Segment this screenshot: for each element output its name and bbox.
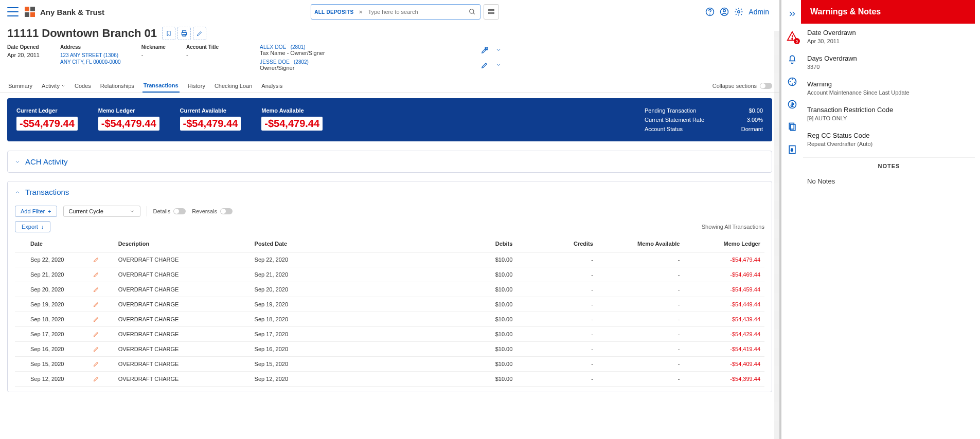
person-id[interactable]: (2801) (291, 44, 306, 50)
tab-history[interactable]: History (187, 80, 206, 92)
user-icon[interactable] (720, 7, 729, 16)
memo-available-label: Memo Available (261, 107, 323, 114)
cell-memo-available: - (597, 357, 684, 372)
reversals-toggle[interactable] (220, 208, 233, 214)
tab-relationships[interactable]: Relationships (99, 80, 135, 92)
th-description[interactable]: Description (114, 235, 251, 252)
cell-credits: - (516, 312, 597, 327)
bell-icon[interactable] (786, 52, 799, 66)
cell-debits: $10.00 (424, 342, 517, 357)
expand-panel-icon[interactable] (786, 7, 799, 21)
tab-codes[interactable]: Codes (74, 80, 92, 92)
edit-row-icon[interactable] (93, 316, 110, 322)
dollar-icon[interactable] (786, 98, 799, 111)
details-toggle[interactable] (173, 208, 186, 214)
chevron-down-icon[interactable] (495, 62, 502, 69)
address-line2[interactable]: ANY CITY, FL 00000-0000 (60, 59, 121, 65)
print-button[interactable] (177, 27, 191, 40)
refresh-icon[interactable] (786, 75, 799, 88)
edit-person-icon[interactable] (481, 62, 488, 69)
th-posted[interactable]: Posted Date (251, 235, 424, 252)
alert-icon[interactable]: 5 (786, 30, 799, 43)
edit-row-icon[interactable] (93, 271, 110, 278)
bookmark-button[interactable] (162, 27, 175, 40)
edit-person-icon[interactable] (481, 47, 488, 54)
edit-row-icon[interactable] (93, 361, 110, 367)
table-row[interactable]: Sep 15, 2020 OVERDRAFT CHARGE Sep 15, 20… (15, 357, 764, 372)
cell-memo-ledger: -$54,429.44 (684, 327, 764, 342)
edit-row-icon[interactable] (93, 286, 110, 292)
plus-icon: + (48, 208, 51, 214)
tab-transactions[interactable]: Transactions (142, 79, 180, 93)
add-filter-button[interactable]: Add Filter + (15, 206, 57, 217)
cell-date: Sep 15, 2020 (15, 357, 89, 372)
th-date[interactable]: Date (15, 235, 89, 252)
current-available-label: Current Available (180, 107, 241, 114)
edit-row-icon[interactable] (93, 331, 110, 337)
search-settings-button[interactable] (484, 4, 499, 20)
person-name[interactable]: ALEX DOE (260, 44, 287, 50)
tab-summary[interactable]: Summary (7, 80, 33, 92)
cell-posted: Sep 16, 2020 (251, 342, 424, 357)
tab-activity[interactable]: Activity (41, 80, 66, 92)
edit-row-icon[interactable] (93, 346, 110, 352)
statement-icon[interactable]: $ (786, 143, 799, 156)
warning-item: Days Overdrawn3370 (803, 49, 975, 75)
cell-date: Sep 22, 2020 (15, 252, 89, 267)
table-row[interactable]: Sep 22, 2020 OVERDRAFT CHARGE Sep 22, 20… (15, 252, 764, 267)
edit-button[interactable] (193, 27, 206, 40)
collapse-sections-toggle[interactable] (760, 83, 772, 89)
table-row[interactable]: Sep 20, 2020 OVERDRAFT CHARGE Sep 20, 20… (15, 282, 764, 297)
person-id[interactable]: (2802) (294, 59, 309, 65)
th-credits[interactable]: Credits (516, 235, 597, 252)
table-row[interactable]: Sep 18, 2020 OVERDRAFT CHARGE Sep 18, 20… (15, 312, 764, 327)
cell-posted: Sep 15, 2020 (251, 357, 424, 372)
document-icon[interactable] (786, 120, 799, 134)
cell-credits: - (516, 357, 597, 372)
person-role: Tax Name - Owner/Signer (260, 50, 476, 56)
scrollbar[interactable] (774, 31, 779, 439)
export-button[interactable]: Export ↓ (15, 221, 50, 232)
edit-row-icon[interactable] (93, 301, 110, 307)
th-memo-ledger[interactable]: Memo Ledger (684, 235, 764, 252)
tab-analysis[interactable]: Analysis (260, 80, 283, 92)
showing-label: Showing All Transactions (702, 224, 764, 230)
gear-icon[interactable] (734, 7, 743, 16)
table-row[interactable]: Sep 21, 2020 OVERDRAFT CHARGE Sep 21, 20… (15, 267, 764, 282)
cycle-select[interactable]: Current Cycle (63, 206, 140, 217)
warning-detail: Account Maintenance Since Last Update (807, 89, 970, 96)
th-debits[interactable]: Debits (424, 235, 517, 252)
account-title-value: - (186, 52, 219, 58)
admin-label[interactable]: Admin (749, 8, 769, 16)
cell-memo-ledger: -$54,419.44 (684, 342, 764, 357)
menu-button[interactable] (7, 7, 19, 16)
cell-debits: $10.00 (424, 252, 517, 267)
table-row[interactable]: Sep 17, 2020 OVERDRAFT CHARGE Sep 17, 20… (15, 327, 764, 342)
table-row[interactable]: Sep 12, 2020 OVERDRAFT CHARGE Sep 12, 20… (15, 372, 764, 387)
table-row[interactable]: Sep 19, 2020 OVERDRAFT CHARGE Sep 19, 20… (15, 297, 764, 312)
person-name[interactable]: JESSE DOE (260, 59, 290, 65)
search-category-pill[interactable]: ALL DEPOSITS (314, 9, 353, 15)
clear-category-icon[interactable]: ✕ (357, 9, 365, 15)
cell-date: Sep 16, 2020 (15, 342, 89, 357)
chevron-down-icon[interactable] (495, 47, 502, 54)
cell-memo-ledger: -$54,449.44 (684, 297, 764, 312)
help-icon[interactable] (705, 7, 715, 16)
warning-title: Reg CC Status Code (807, 132, 970, 139)
section-ach-activity[interactable]: ACH Activity (8, 151, 772, 172)
cell-debits: $10.00 (424, 312, 517, 327)
tab-checking-loan[interactable]: Checking Loan (213, 80, 253, 92)
search-icon[interactable] (468, 7, 477, 16)
th-memo-available[interactable]: Memo Available (597, 235, 684, 252)
search-input[interactable] (368, 9, 465, 15)
cell-date: Sep 19, 2020 (15, 297, 89, 312)
global-search[interactable]: ALL DEPOSITS ✕ (311, 4, 480, 20)
edit-row-icon[interactable] (93, 376, 110, 382)
table-row[interactable]: Sep 16, 2020 OVERDRAFT CHARGE Sep 16, 20… (15, 342, 764, 357)
cell-posted: Sep 19, 2020 (251, 297, 424, 312)
account-status-value: Dormant (727, 126, 763, 132)
cell-memo-ledger: -$54,439.44 (684, 312, 764, 327)
edit-row-icon[interactable] (93, 257, 110, 263)
address-line1[interactable]: 123 ANY STREET (1306) (60, 52, 121, 59)
section-transactions[interactable]: Transactions (8, 181, 772, 203)
